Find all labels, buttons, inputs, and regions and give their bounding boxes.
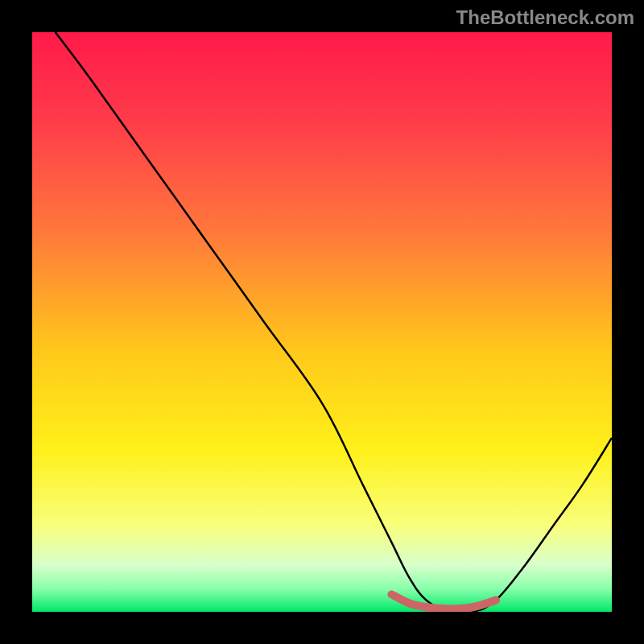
watermark-text: TheBottleneck.com [456, 6, 634, 29]
bottleneck-chart [32, 32, 612, 612]
chart-svg [32, 32, 612, 612]
